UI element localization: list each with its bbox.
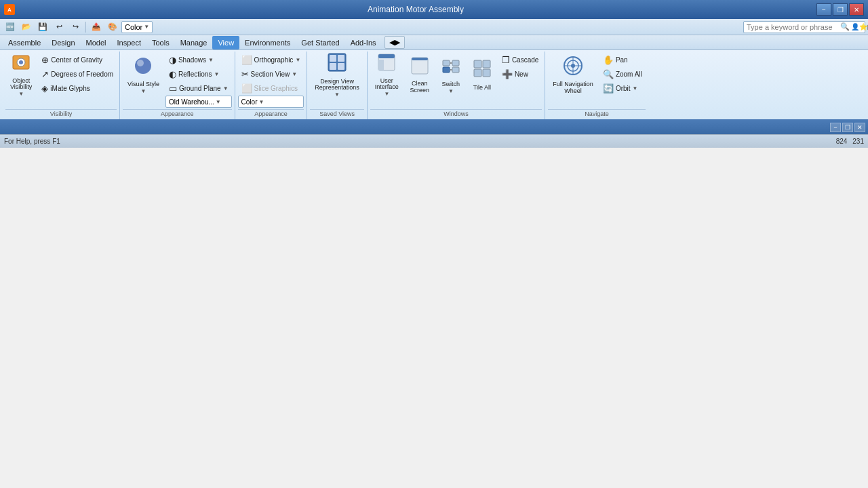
nav-wheel-icon xyxy=(563,56,583,80)
search-favorites-icon[interactable]: ⭐ xyxy=(859,23,867,30)
zoom-all-button[interactable]: 🔍 Zoom All xyxy=(599,67,646,81)
object-visibility-arrow: ▼ xyxy=(18,91,24,98)
imate-glyphs-button[interactable]: ◈ iMate Glyphs xyxy=(38,81,117,95)
search-input[interactable] xyxy=(747,23,840,31)
svg-rect-18 xyxy=(452,60,459,66)
qa-redo-button[interactable]: ↪ xyxy=(68,20,83,34)
color-style-value: Color xyxy=(241,98,258,106)
new-window-button[interactable]: ➕ New xyxy=(498,67,542,81)
svg-rect-21 xyxy=(474,60,481,68)
restore-button[interactable]: ❐ xyxy=(833,3,848,16)
clean-screen-icon xyxy=(410,56,429,79)
appearance-group-label: Appearance xyxy=(123,109,232,118)
svg-point-6 xyxy=(137,60,144,66)
cog-icon: ⊕ xyxy=(41,55,49,65)
color-style-dropdown[interactable]: Color ▼ xyxy=(238,96,304,108)
orthographic-button[interactable]: ⬜ Orthographic ▼ xyxy=(238,53,304,66)
menu-get-started[interactable]: Get Started xyxy=(296,36,344,49)
navigate-col: ✋ Pan 🔍 Zoom All 🔄 Orbit ▼ xyxy=(599,53,646,95)
windows-col: ❐ Cascade ➕ New xyxy=(498,53,542,81)
ground-plane-button[interactable]: ▭ Ground Plane ▼ xyxy=(165,81,232,95)
color-dropdown[interactable]: Color ▼ xyxy=(121,21,153,33)
dof-icon: ↗ xyxy=(41,69,49,79)
menu-assemble[interactable]: Assemble xyxy=(3,36,46,49)
switch-button[interactable]: Switch ▼ xyxy=(436,53,466,98)
zoom-all-icon: 🔍 xyxy=(603,69,614,79)
tile-all-label: Tile All xyxy=(473,84,491,92)
menu-model[interactable]: Model xyxy=(81,36,112,49)
coord-x: 824 xyxy=(836,138,848,145)
menu-manage[interactable]: Manage xyxy=(175,36,213,49)
menu-inspect[interactable]: Inspect xyxy=(112,36,146,49)
clean-screen-button[interactable]: CleanScreen xyxy=(405,53,435,98)
section-col: ⬜ Orthographic ▼ ✂ Section View ▼ ⬜ Slic… xyxy=(238,53,304,108)
svg-rect-9 xyxy=(338,55,344,62)
svg-rect-19 xyxy=(443,67,450,73)
quick-access-toolbar: 🆕 📂 💾 ↩ ↪ 📤 🎨 Color ▼ 🔍 👤 ⭐ ▶ xyxy=(0,19,868,35)
design-view-representations-button[interactable]: Design ViewRepresentations ▼ xyxy=(310,53,364,98)
menu-tools[interactable]: Tools xyxy=(146,36,175,49)
qa-color-button[interactable]: 🎨 xyxy=(105,20,120,34)
imate-label: iMate Glyphs xyxy=(50,85,90,92)
svg-rect-11 xyxy=(338,63,344,70)
reflections-button[interactable]: ◐ Reflections ▼ xyxy=(165,67,232,81)
visual-style-button[interactable]: Visual Style ▼ xyxy=(123,53,164,98)
ribbon-group-appearance: Visual Style ▼ ◑ Shadows ▼ ◐ Reflections… xyxy=(120,52,235,119)
minimize-button[interactable]: − xyxy=(816,3,831,16)
tile-all-button[interactable]: Tile All xyxy=(467,53,497,98)
cascade-icon: ❐ xyxy=(502,55,510,65)
panel-titlebar: − ❐ ✕ xyxy=(0,121,868,134)
menu-environments[interactable]: Environments xyxy=(239,36,296,49)
qa-export-button[interactable]: 📤 xyxy=(89,20,104,34)
ortho-icon: ⬜ xyxy=(241,55,252,65)
titlebar-title: Animation Motor Assembly xyxy=(15,5,816,14)
panel-restore-button[interactable]: ❐ xyxy=(842,123,853,132)
ground-plane-icon: ▭ xyxy=(169,83,177,94)
nav-wheel-label: Full NavigationWheel xyxy=(553,81,593,95)
pan-button[interactable]: ✋ Pan xyxy=(599,53,646,66)
qa-open-button[interactable]: 📂 xyxy=(19,20,34,34)
appearance-col: ◑ Shadows ▼ ◐ Reflections ▼ ▭ Ground Pla… xyxy=(165,53,232,108)
cascade-label: Cascade xyxy=(512,56,538,64)
qa-undo-button[interactable]: ↩ xyxy=(52,20,66,34)
new-window-icon: ➕ xyxy=(502,69,513,79)
panel-close-button[interactable]: ✕ xyxy=(854,123,865,132)
section-view-arrow: ▼ xyxy=(292,71,297,77)
switch-label: Switch xyxy=(442,81,460,88)
ground-plane-arrow: ▼ xyxy=(223,85,229,92)
warehouse-dropdown[interactable]: Old Warehou... ▼ xyxy=(165,96,232,108)
orbit-arrow: ▼ xyxy=(633,85,638,92)
ground-plane-label: Ground Plane xyxy=(179,85,221,92)
slice-graphics-button[interactable]: ⬜ Slice Graphics xyxy=(238,81,304,95)
menu-design[interactable]: Design xyxy=(46,36,80,49)
search-icon[interactable]: 🔍 xyxy=(840,22,850,31)
svg-rect-16 xyxy=(412,58,428,60)
menu-view[interactable]: View xyxy=(212,36,239,49)
menu-extra-button[interactable]: ◀▶ xyxy=(384,36,405,49)
color-value: Color xyxy=(125,23,142,31)
svg-rect-10 xyxy=(330,63,336,70)
ribbon-group-design-views: Design ViewRepresentations ▼ Saved Views xyxy=(307,52,368,119)
section-view-button[interactable]: ✂ Section View ▼ xyxy=(238,67,304,81)
shadows-button[interactable]: ◑ Shadows ▼ xyxy=(165,53,232,66)
cascade-button[interactable]: ❐ Cascade xyxy=(498,53,542,66)
svg-rect-22 xyxy=(483,60,490,68)
orbit-button[interactable]: 🔄 Orbit ▼ xyxy=(599,81,646,95)
svg-rect-20 xyxy=(452,67,459,73)
qa-new-button[interactable]: 🆕 xyxy=(3,20,18,34)
center-of-gravity-button[interactable]: ⊕ Center of Gravity xyxy=(38,53,117,66)
panel-minimize-button[interactable]: − xyxy=(830,123,841,132)
close-button[interactable]: ✕ xyxy=(849,3,864,16)
section-group-label: Appearance xyxy=(238,109,304,118)
object-visibility-button[interactable]: ObjectVisibility ▼ xyxy=(5,53,37,98)
user-interface-button[interactable]: UserInterface ▼ xyxy=(370,53,403,98)
reflections-icon: ◐ xyxy=(169,69,176,79)
shadows-label: Shadows xyxy=(178,56,206,64)
qa-save-button[interactable]: 💾 xyxy=(35,20,50,34)
section-view-icon: ✂ xyxy=(241,69,249,79)
search-options-icon[interactable]: 👤 xyxy=(851,23,859,30)
color-style-arrow: ▼ xyxy=(258,99,264,105)
menu-add-ins[interactable]: Add-Ins xyxy=(345,36,382,49)
degrees-of-freedom-button[interactable]: ↗ Degrees of Freedom xyxy=(38,67,117,81)
full-navigation-wheel-button[interactable]: Full NavigationWheel xyxy=(548,53,598,98)
